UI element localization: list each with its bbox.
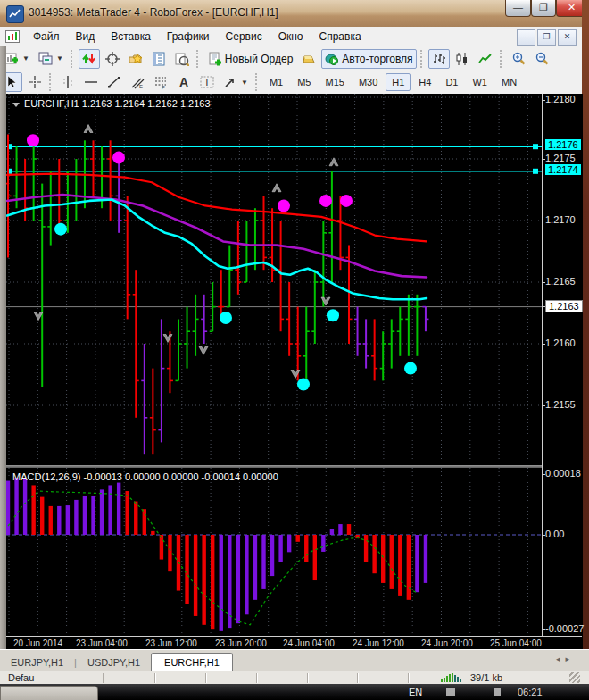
zoom-out-button[interactable]	[531, 49, 552, 69]
taskbar-button[interactable]	[0, 686, 98, 700]
menu-сервис[interactable]: Сервис	[218, 28, 270, 46]
fibonacci-button[interactable]: F	[150, 72, 171, 92]
zoom-out-icon	[535, 52, 549, 66]
line-chart-button[interactable]	[475, 49, 496, 69]
time-label: 24 Jun 12:00	[353, 638, 404, 648]
dropdown-caret-icon[interactable]: ▼	[241, 79, 248, 87]
resize-grip[interactable]	[569, 672, 580, 683]
dropdown-caret-icon[interactable]: ▼	[56, 54, 63, 62]
timeframe-m5-button[interactable]: M5	[291, 73, 317, 91]
menu-графики[interactable]: Графики	[159, 28, 218, 46]
trendline-button[interactable]	[104, 72, 125, 92]
toolbar-separator	[71, 50, 75, 68]
zoom-in-button[interactable]	[508, 49, 529, 69]
axis-tick	[542, 100, 545, 101]
data-window-button[interactable]	[148, 49, 170, 69]
tab-eurjpy-h1[interactable]: EURJPY,H1	[0, 654, 74, 671]
price-label: 1.2170	[545, 214, 576, 225]
price-chart-area[interactable]	[6, 94, 542, 465]
tab-usdjpy-h1[interactable]: USDJPY,H1	[77, 654, 151, 671]
arrows-shapes-icon	[223, 75, 237, 89]
drawing-toolbar: EFAT▼M1M5M15M30H1H4D1W1MN	[0, 71, 582, 95]
app-icon	[6, 5, 24, 23]
templates-star-button[interactable]	[125, 49, 146, 69]
vline-button[interactable]	[57, 72, 79, 92]
text-label-button[interactable]: T	[196, 72, 218, 92]
menu-вид[interactable]: Вид	[68, 28, 104, 46]
tab-eurchf-h1[interactable]: EURCHF,H1	[151, 653, 233, 671]
price-axis[interactable]	[542, 94, 583, 649]
hline-price-label: 1.2174	[545, 164, 581, 175]
status-separator	[103, 673, 104, 683]
horizontal-line-object[interactable]	[6, 169, 542, 174]
strategy-tester-button[interactable]	[171, 49, 193, 69]
timeframe-m1-button[interactable]: M1	[263, 73, 289, 91]
timeframe-m15-button[interactable]: M15	[319, 73, 350, 91]
gold-bar-icon	[302, 52, 316, 66]
window-title: 3014953: MetaTrader 4 - RoboForex - [EUR…	[29, 6, 278, 19]
macd-axis-label: 0.00018	[545, 468, 581, 479]
taskbar-language-indicator[interactable]: EN	[409, 687, 422, 697]
timeframe-w1-button[interactable]: W1	[466, 73, 494, 91]
profiles-button[interactable]: ▼	[35, 49, 67, 69]
title-bar[interactable]: 3014953: MetaTrader 4 - RoboForex - [EUR…	[0, 0, 589, 28]
macd-indicator-area[interactable]	[6, 468, 542, 636]
autotrading-button[interactable]: Авто-торговля	[321, 49, 416, 69]
bar-chart-button[interactable]	[428, 49, 450, 69]
menu-файл[interactable]: Файл	[25, 28, 68, 46]
autotrading-icon	[325, 52, 339, 66]
svg-text:E: E	[139, 84, 143, 89]
zoom-in-icon	[511, 52, 526, 66]
chart-info-collapse-icon[interactable]	[12, 103, 20, 107]
status-traffic-label: 39/1 kb	[470, 672, 502, 683]
svg-text:T: T	[204, 77, 211, 88]
axis-tick	[542, 171, 545, 171]
arrows-shapes-button[interactable]: ▼	[220, 72, 252, 92]
window-left-frame	[0, 46, 6, 684]
horizontal-line-object[interactable]	[6, 144, 542, 149]
minimize-button[interactable]: —	[505, 0, 531, 17]
svg-text:F: F	[162, 85, 165, 89]
timeframe-mn-button[interactable]: MN	[495, 73, 523, 91]
taskbar-clock[interactable]: 06:21	[518, 687, 543, 697]
connection-signal-icon	[441, 673, 461, 682]
price-label: 1.2160	[545, 338, 576, 348]
gold-bar-button[interactable]	[298, 49, 319, 69]
data-window-icon	[152, 52, 166, 66]
tray-keyboard-icon[interactable]	[446, 688, 455, 696]
svg-text:A: A	[179, 75, 188, 89]
status-separator	[256, 673, 258, 683]
tick-chart-button[interactable]	[79, 49, 100, 69]
mdi-restore-button[interactable]: ❐	[537, 29, 556, 46]
channel-button[interactable]: E	[127, 72, 148, 92]
crosshair-target-button[interactable]	[102, 49, 123, 69]
toolbar-separator	[500, 50, 504, 68]
dropdown-caret-icon[interactable]: ▼	[22, 54, 29, 62]
mdi-close-button[interactable]: ✕	[558, 29, 577, 46]
fibonacci-icon: F	[153, 75, 168, 89]
timeframe-h4-button[interactable]: H4	[412, 73, 437, 91]
tab-scroll-arrows[interactable]: ◂▸	[556, 654, 575, 663]
text-button[interactable]: A	[173, 72, 195, 92]
menu-вставка[interactable]: Вставка	[103, 28, 159, 46]
status-separator	[357, 673, 359, 683]
menu-окно[interactable]: Окно	[270, 28, 311, 46]
hline-icon	[84, 75, 98, 89]
chart-window-icon	[5, 30, 20, 43]
candle-chart-button[interactable]	[452, 49, 473, 69]
timeframe-m30-button[interactable]: M30	[353, 73, 384, 91]
time-axis[interactable]: 20 Jun 201423 Jun 04:0023 Jun 12:0023 Ju…	[6, 636, 582, 650]
timeframe-h1-button[interactable]: H1	[386, 73, 411, 91]
restore-button[interactable]: ❐	[531, 0, 556, 17]
tray-icon[interactable]	[494, 688, 501, 696]
sell-signal-dot	[319, 195, 332, 207]
mdi-minimize-button[interactable]: —	[517, 29, 535, 46]
crosshair-button[interactable]	[24, 72, 46, 92]
time-label: 23 Jun 04:00	[76, 638, 128, 648]
signal-arrow-up-icon	[272, 184, 281, 192]
menu-справка[interactable]: Справка	[311, 28, 369, 46]
timeframe-d1-button[interactable]: D1	[439, 73, 464, 91]
new-order-button[interactable]: Новый Ордер	[204, 49, 296, 69]
axis-tick	[542, 405, 545, 406]
hline-button[interactable]	[80, 72, 102, 92]
